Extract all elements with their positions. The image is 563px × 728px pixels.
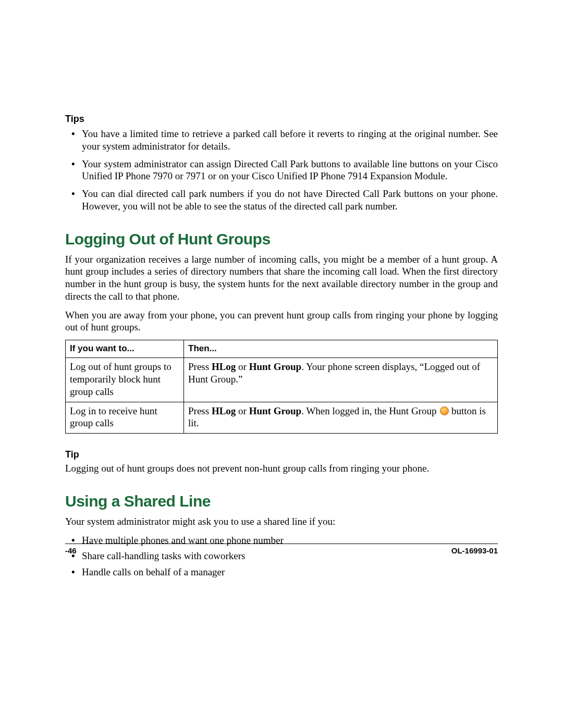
body-paragraph: If your organization receives a large nu…: [65, 253, 498, 303]
table-cell: Press HLog or Hunt Group. When logged in…: [184, 402, 498, 434]
table-header-cell: Then...: [184, 340, 498, 358]
hunt-group-table: If you want to... Then... Log out of hun…: [65, 340, 498, 434]
list-item: You can dial directed call park numbers …: [71, 188, 498, 213]
tips-heading: Tips: [65, 114, 498, 125]
list-item: Your system administrator can assign Dir…: [71, 158, 498, 183]
tips-list: You have a limited time to retrieve a pa…: [71, 128, 498, 213]
table-header-cell: If you want to...: [66, 340, 184, 358]
list-item: Handle calls on behalf of a manager: [71, 566, 498, 579]
section-heading-shared-line: Using a Shared Line: [65, 492, 498, 510]
body-paragraph: Your system administrator might ask you …: [65, 515, 498, 528]
tip-heading: Tip: [65, 449, 498, 460]
list-item: You have a limited time to retrieve a pa…: [71, 128, 498, 153]
table-cell: Press HLog or Hunt Group. Your phone scr…: [184, 358, 498, 402]
page-number: -46: [65, 546, 77, 555]
hunt-group-lit-icon: [440, 406, 449, 415]
page-footer: -46 OL-16993-01: [65, 544, 498, 555]
table-header-row: If you want to... Then...: [66, 340, 498, 358]
tip-text: Logging out of hunt groups does not prev…: [65, 462, 498, 475]
table-row: Log in to receive hunt group calls Press…: [66, 402, 498, 434]
document-page: Tips You have a limited time to retrieve…: [0, 0, 563, 728]
table-cell: Log in to receive hunt group calls: [66, 402, 184, 434]
shared-line-list: Have multiple phones and want one phone …: [71, 534, 498, 579]
table-row: Log out of hunt groups to temporarily bl…: [66, 358, 498, 402]
table-cell: Log out of hunt groups to temporarily bl…: [66, 358, 184, 402]
body-paragraph: When you are away from your phone, you c…: [65, 309, 498, 334]
section-heading-hunt-groups: Logging Out of Hunt Groups: [65, 230, 498, 248]
document-id: OL-16993-01: [451, 546, 498, 555]
